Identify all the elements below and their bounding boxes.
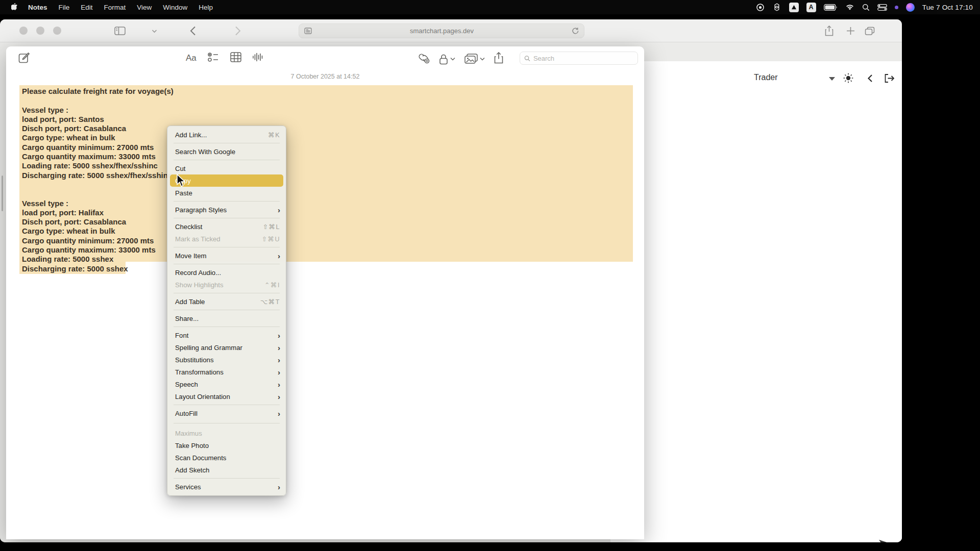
browser-window: smartchart.pages.dev Trader: [0, 19, 902, 542]
smartchart-header: Trader: [610, 69, 902, 89]
page-scrollbar[interactable]: [2, 176, 3, 211]
webpage-background: Trader: [0, 43, 902, 542]
menu-separator: [174, 310, 280, 310]
menu-item-services[interactable]: Services›: [167, 481, 286, 493]
menu-separator: [174, 201, 280, 202]
wifi-icon[interactable]: [845, 4, 854, 11]
insert-media-control[interactable]: [464, 54, 485, 64]
submenu-chevron-icon: ›: [278, 381, 280, 388]
close-window-button[interactable]: [19, 27, 28, 35]
siri-icon[interactable]: [906, 3, 915, 12]
menubar-item-edit[interactable]: Edit: [75, 4, 98, 11]
menu-item-search-with-google[interactable]: Search With Google: [167, 145, 286, 158]
menu-item-mark-as-ticked: Mark as Ticked⇧⌘U: [167, 233, 286, 245]
submenu-chevron-icon: ›: [278, 393, 280, 400]
sidebar-toggle-icon[interactable]: [114, 19, 126, 42]
menu-item-share[interactable]: Share...: [167, 312, 286, 324]
menu-item-copy[interactable]: Copy: [170, 174, 283, 187]
spotlight-icon[interactable]: [862, 4, 870, 11]
menu-separator: [174, 264, 280, 264]
mouse-cursor-icon: [176, 174, 186, 190]
menu-item-record-audio[interactable]: Record Audio...: [167, 266, 286, 279]
page-format-icon: [304, 28, 312, 34]
menu-item-font[interactable]: Font›: [167, 329, 286, 341]
menu-separator: [174, 247, 280, 247]
lock-icon: [439, 54, 448, 65]
media-chevron-down-icon: [480, 57, 485, 61]
launcher-app-icon[interactable]: [789, 3, 799, 12]
menu-separator: [174, 478, 280, 479]
text-format-icon[interactable]: Aa: [186, 53, 197, 63]
menu-item-scan-documents[interactable]: Scan Documents: [167, 452, 286, 464]
menu-item-move-item[interactable]: Move Item›: [167, 249, 286, 262]
search-input[interactable]: [533, 55, 633, 62]
menubar-clock[interactable]: Tue 7 Oct 17:10: [922, 4, 973, 11]
menubar-status-area: A Tue 7 Oct 17:10: [756, 3, 980, 12]
battery-icon[interactable]: [824, 4, 838, 11]
submenu-chevron-icon: ›: [278, 410, 280, 417]
a-app-icon[interactable]: A: [806, 3, 816, 12]
minimize-window-button[interactable]: [36, 27, 44, 35]
add-link-icon[interactable]: [418, 52, 430, 66]
menu-item-speech[interactable]: Speech›: [167, 378, 286, 390]
new-tab-icon[interactable]: [846, 19, 855, 42]
submenu-chevron-icon: ›: [278, 332, 280, 339]
menu-item-cut[interactable]: Cut: [167, 162, 286, 174]
menu-separator: [174, 423, 280, 423]
browser-share-icon[interactable]: [825, 19, 834, 42]
checklist-icon[interactable]: [207, 52, 219, 64]
control-center-icon[interactable]: [877, 4, 887, 11]
menu-item-layout-orientation[interactable]: Layout Orientation›: [167, 390, 286, 403]
menubar-app-name[interactable]: Notes: [22, 4, 53, 11]
menu-item-transformations[interactable]: Transformations›: [167, 366, 286, 378]
menu-item-take-photo[interactable]: Take Photo: [167, 439, 286, 452]
screen-record-icon[interactable]: [756, 3, 765, 12]
window-controls: [19, 27, 61, 35]
profile-dropdown-caret-icon[interactable]: [829, 77, 835, 81]
photos-icon: [464, 54, 478, 64]
menu-item-add-table[interactable]: Add Table⌥⌘T: [167, 295, 286, 308]
notes-window: Aa: [6, 46, 644, 539]
menu-separator: [174, 293, 280, 293]
menu-item-add-link[interactable]: Add Link...⌘K: [167, 129, 286, 141]
note-body-text[interactable]: Please calculate freight rate for voyage…: [22, 87, 624, 273]
send-message-icon[interactable]: [878, 538, 892, 542]
chatgpt-icon[interactable]: [772, 3, 781, 12]
share-note-icon[interactable]: [494, 52, 503, 66]
menubar-item-file[interactable]: File: [53, 4, 76, 11]
zoom-window-button[interactable]: [53, 27, 61, 35]
profile-select-label[interactable]: Trader: [754, 73, 778, 82]
lock-note-control[interactable]: [439, 54, 455, 65]
sidebar-chevron-icon[interactable]: [152, 19, 157, 42]
audio-waveform-icon[interactable]: [252, 52, 263, 64]
table-icon[interactable]: [230, 52, 241, 64]
compose-note-icon[interactable]: [18, 52, 30, 63]
menu-item-autofill[interactable]: AutoFill›: [167, 407, 286, 419]
apple-menu[interactable]: [7, 3, 22, 12]
forward-button[interactable]: [235, 19, 241, 42]
menubar-item-view[interactable]: View: [131, 4, 157, 11]
menubar-item-window[interactable]: Window: [157, 4, 193, 11]
menu-item-add-sketch[interactable]: Add Sketch: [167, 464, 286, 476]
menu-item-paragraph-styles[interactable]: Paragraph Styles›: [167, 204, 286, 216]
submenu-chevron-icon: ›: [278, 344, 280, 352]
collapse-panel-chevron-icon[interactable]: [863, 71, 877, 85]
menu-item-spelling-and-grammar[interactable]: Spelling and Grammar›: [167, 341, 286, 354]
logout-icon[interactable]: [882, 71, 896, 85]
menu-item-substitutions[interactable]: Substitutions›: [167, 354, 286, 366]
theme-toggle-icon[interactable]: [841, 71, 855, 85]
menubar-item-help[interactable]: Help: [193, 4, 218, 11]
notes-search-field[interactable]: [520, 52, 638, 65]
submenu-chevron-icon: ›: [278, 252, 280, 260]
menu-separator: [174, 160, 280, 160]
notes-action-tools: [418, 52, 503, 66]
menu-item-checklist[interactable]: Checklist⇧⌘L: [167, 220, 286, 233]
macos-menubar: Notes File Edit Format View Window Help …: [0, 0, 980, 14]
menubar-item-format[interactable]: Format: [99, 4, 132, 11]
address-bar[interactable]: smartchart.pages.dev: [299, 23, 584, 38]
menu-item-maximus: Maximus: [167, 427, 286, 439]
menu-separator: [174, 218, 280, 218]
tab-overview-icon[interactable]: [865, 19, 875, 42]
reload-icon[interactable]: [572, 27, 579, 35]
back-button[interactable]: [190, 19, 196, 42]
